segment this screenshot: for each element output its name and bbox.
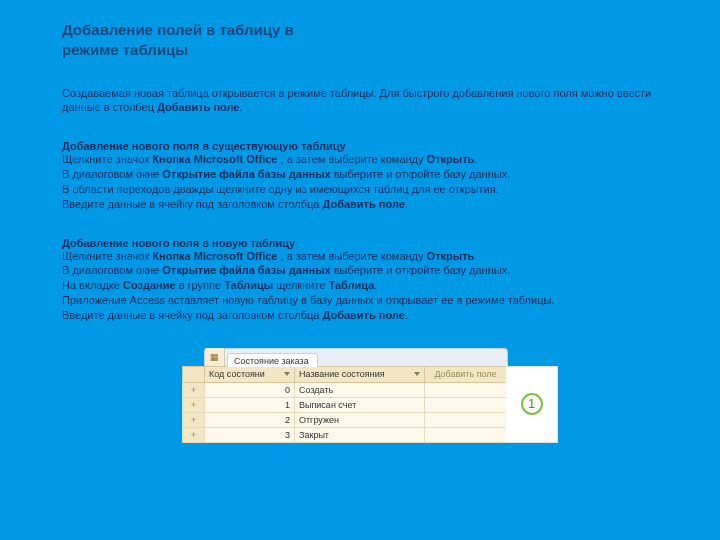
expand-icon: + — [183, 427, 205, 442]
callout-1: 1 — [521, 393, 543, 415]
table-screenshot: ▦ Состояние заказа Код состояни — [182, 348, 560, 443]
chevron-down-icon — [284, 372, 290, 376]
tab-label: Состояние заказа — [234, 356, 309, 366]
row-selector-header — [183, 366, 205, 382]
column-header-id: Код состояни — [205, 366, 295, 382]
sec2-line4: Введите данные в ячейку под заголовком с… — [62, 197, 680, 212]
cell-add — [425, 412, 507, 427]
expand-icon: + — [183, 397, 205, 412]
cell-id: 1 — [205, 397, 295, 412]
sec3-line5: Введите данные в ячейку под заголовком с… — [62, 308, 680, 323]
existing-table-heading: Добавление нового поля в существующую та… — [62, 140, 680, 152]
sec2-line2: В диалоговом окне Открытие файла базы да… — [62, 167, 680, 182]
table-row: +1Выписан счет — [183, 397, 507, 412]
column-header-name: Название состояния — [295, 366, 425, 382]
cell-id: 2 — [205, 412, 295, 427]
page-title: Добавление полей в таблицу в режиме табл… — [62, 20, 680, 61]
sec3-line4: Приложение Access вставляет новую таблиц… — [62, 293, 680, 308]
column-header-add-field: Добавить поле — [425, 366, 507, 382]
cell-name: Выписан счет — [295, 397, 425, 412]
cell-id: 3 — [205, 427, 295, 442]
callout-pane: 1 — [506, 366, 558, 443]
intro-paragraph: Создаваемая новая таблица открывается в … — [62, 86, 680, 116]
data-grid: Код состояни Название состояния Добавит — [182, 366, 507, 443]
tab-bar: ▦ Состояние заказа — [204, 348, 508, 366]
title-line2: режиме таблицы — [62, 41, 188, 58]
cell-add — [425, 382, 507, 397]
datasheet-icon: ▦ — [205, 348, 225, 366]
table-row: +2Отгружен — [183, 412, 507, 427]
cell-name: Закрыт — [295, 427, 425, 442]
cell-name: Отгружен — [295, 412, 425, 427]
sec3-line3: На вкладке Создание в группе Таблицы щел… — [62, 278, 680, 293]
sec2-line1: Щелкните значок Кнопка Microsoft Office … — [62, 152, 680, 167]
expand-icon: + — [183, 412, 205, 427]
existing-table-section: Добавление нового поля в существующую та… — [62, 140, 680, 211]
sec2-line3: В области переходов дважды щелкните одну… — [62, 182, 680, 197]
new-table-section: Добавление нового поля в новую таблицу Щ… — [62, 237, 680, 323]
cell-add — [425, 397, 507, 412]
sec3-line2: В диалоговом окне Открытие файла базы да… — [62, 263, 680, 278]
new-table-heading: Добавление нового поля в новую таблицу — [62, 237, 680, 249]
table-row: +3Закрыт — [183, 427, 507, 442]
intro-section: Создаваемая новая таблица открывается в … — [62, 86, 680, 116]
tab-order-status: Состояние заказа — [227, 353, 318, 367]
expand-icon: + — [183, 382, 205, 397]
table-row: +0Создать — [183, 382, 507, 397]
cell-add — [425, 427, 507, 442]
cell-name: Создать — [295, 382, 425, 397]
sec3-line1: Щелкните значок Кнопка Microsoft Office … — [62, 249, 680, 264]
title-line1: Добавление полей в таблицу в — [62, 21, 294, 38]
cell-id: 0 — [205, 382, 295, 397]
chevron-down-icon — [414, 372, 420, 376]
